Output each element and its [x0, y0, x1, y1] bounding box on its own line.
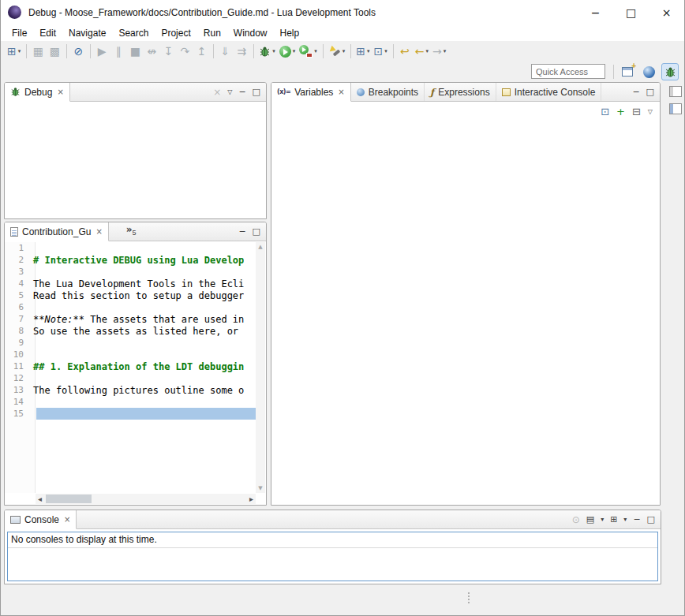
debug-perspective-button[interactable]	[661, 63, 679, 80]
editor-line[interactable]: 1	[5, 242, 256, 254]
editor-line[interactable]: 14	[5, 396, 256, 408]
maximize-view-button[interactable]: □	[646, 87, 654, 97]
forward-button[interactable]: → ▾	[431, 43, 447, 60]
scroll-right-icon[interactable]: ▸	[247, 495, 256, 503]
editor-line[interactable]: 7**Note:** The assets that are used in	[5, 313, 256, 325]
scrollbar-thumb[interactable]	[46, 495, 92, 503]
remove-terminated-button[interactable]: ×	[213, 87, 221, 98]
menu-project[interactable]: Project	[155, 26, 197, 40]
display-console-button[interactable]: ▤	[586, 514, 594, 525]
step-over-button[interactable]: ↷	[177, 43, 193, 60]
maximize-view-button[interactable]: □	[253, 226, 260, 237]
resume-button[interactable]: ▶	[94, 43, 110, 60]
editor-line[interactable]: 3	[5, 266, 256, 278]
grid-window-button-2[interactable]: ⊡ ▾	[372, 43, 389, 60]
minimize-view-button[interactable]: −	[238, 87, 245, 97]
collapse-all-button[interactable]: ⊟	[632, 106, 641, 118]
editor-line[interactable]: 2# Interactive DEBUG using Lua Develop	[5, 254, 256, 266]
back-button[interactable]: ← ▾	[414, 43, 430, 60]
maximize-view-button[interactable]: □	[647, 514, 655, 525]
chevron-down-icon[interactable]: ▾	[623, 516, 627, 523]
window-close-button[interactable]: ×	[649, 0, 684, 24]
close-icon[interactable]: ×	[64, 515, 70, 524]
tab-contribution-guide[interactable]: Contribution_Gu ×	[5, 222, 109, 241]
external-tools-button[interactable]: ▾	[298, 43, 319, 60]
grid-window-button-1[interactable]: ⊞ ▾	[354, 43, 371, 60]
editor-line-selected[interactable]: 15	[5, 408, 256, 420]
minimize-view-button[interactable]: −	[238, 226, 245, 237]
lua-perspective-button[interactable]	[640, 63, 657, 80]
editor-vertical-scrollbar[interactable]: ▲ ▼	[256, 242, 265, 493]
window-maximize-button[interactable]: □	[613, 0, 649, 24]
sash-handle[interactable]	[468, 592, 470, 603]
close-icon[interactable]: ×	[338, 88, 344, 96]
tab-variables[interactable]: (x)= Variables ×	[271, 83, 351, 102]
editor-line[interactable]: 6	[5, 301, 256, 313]
menu-window[interactable]: Window	[227, 26, 274, 40]
scroll-down-icon[interactable]: ▼	[258, 483, 262, 493]
menu-run[interactable]: Run	[197, 26, 227, 40]
editor-line[interactable]: 13The following pictures outline some o	[5, 384, 256, 396]
editor-line[interactable]: 12	[5, 372, 256, 384]
editor-line[interactable]: 4The Lua Development Tools in the Ecli	[5, 278, 256, 289]
show-logical-structure-button[interactable]: ⊡	[601, 106, 609, 118]
editor-content[interactable]: 1 2# Interactive DEBUG using Lua Develop…	[5, 242, 256, 493]
suspend-button[interactable]: ∥	[110, 43, 126, 60]
editor-line[interactable]: 8So use the assets as listed here, or	[5, 325, 256, 337]
last-edit-location-button[interactable]: ↩	[397, 43, 413, 60]
debug-view-content[interactable]	[5, 102, 266, 218]
minimize-view-button[interactable]: −	[632, 87, 639, 97]
close-icon[interactable]: ×	[95, 227, 102, 236]
line-text: # Interactive DEBUG using Lua Develop	[30, 255, 244, 266]
menu-edit[interactable]: Edit	[33, 26, 62, 40]
toolbar-separator	[393, 44, 394, 58]
add-variable-button[interactable]: +	[616, 106, 625, 118]
editor-line[interactable]: 11## 1. Explanation of the LDT debuggin	[5, 360, 256, 372]
editor-line[interactable]: 10	[5, 349, 256, 360]
step-return-icon: ↥	[197, 46, 206, 57]
editor-horizontal-scrollbar[interactable]: ◂ ▸	[36, 494, 256, 504]
view-menu-button[interactable]: ▽	[648, 108, 653, 115]
minimize-view-button[interactable]: −	[633, 514, 640, 525]
save-button[interactable]: ▦	[30, 43, 46, 60]
scroll-up-icon[interactable]: ▲	[258, 242, 262, 252]
debug-button[interactable]: ▾	[257, 43, 277, 60]
new-wizard-button[interactable]: ⊞ ▾	[6, 43, 22, 60]
editor-line[interactable]: 9	[5, 337, 256, 349]
console-content[interactable]: No consoles to display at this time.	[7, 532, 658, 581]
menu-navigate[interactable]: Navigate	[62, 26, 112, 40]
open-perspective-button[interactable]	[619, 63, 636, 80]
chevron-down-icon[interactable]: ▾	[601, 516, 604, 523]
maximize-view-button[interactable]: □	[253, 87, 260, 97]
run-button[interactable]: ▾	[278, 43, 298, 60]
use-step-filters-button[interactable]: ⇉	[234, 43, 249, 60]
editor-tab-overflow-button[interactable]: » 5	[126, 222, 137, 241]
open-console-button[interactable]: ⊞	[610, 514, 617, 525]
fast-view-button-1[interactable]	[669, 86, 682, 97]
menu-help[interactable]: Help	[274, 26, 306, 40]
save-all-button[interactable]: ▩	[47, 43, 62, 60]
close-icon[interactable]: ×	[57, 88, 63, 96]
tab-debug[interactable]: Debug ×	[5, 83, 70, 102]
skip-all-breakpoints-button[interactable]: ⊘	[70, 43, 86, 60]
disconnect-button[interactable]: ↮	[144, 43, 159, 60]
tab-console[interactable]: Console ×	[5, 510, 77, 529]
step-into-button[interactable]: ↧	[160, 43, 176, 60]
fast-view-button-2[interactable]	[669, 103, 682, 114]
menu-file[interactable]: File	[6, 26, 33, 40]
tab-expressions[interactable]: ƒ Expressions	[425, 83, 496, 101]
scroll-left-icon[interactable]: ◂	[36, 495, 44, 503]
menu-search[interactable]: Search	[112, 26, 155, 40]
step-return-button[interactable]: ↥	[193, 43, 209, 60]
editor-line[interactable]: 5Read this section to setup a debugger	[5, 289, 256, 301]
quick-access-input[interactable]	[531, 64, 605, 79]
window-minimize-button[interactable]: −	[578, 0, 613, 24]
terminate-button[interactable]: ■	[127, 43, 143, 60]
variables-content[interactable]	[271, 121, 660, 505]
pin-console-button[interactable]: ⊙	[572, 514, 580, 525]
drop-to-frame-button[interactable]: ⇓	[217, 43, 233, 60]
search-button[interactable]: ▾	[327, 43, 347, 60]
view-menu-button[interactable]: ▽	[227, 88, 232, 95]
tab-breakpoints[interactable]: Breakpoints	[351, 83, 425, 101]
tab-interactive-console[interactable]: Interactive Console	[496, 83, 602, 101]
